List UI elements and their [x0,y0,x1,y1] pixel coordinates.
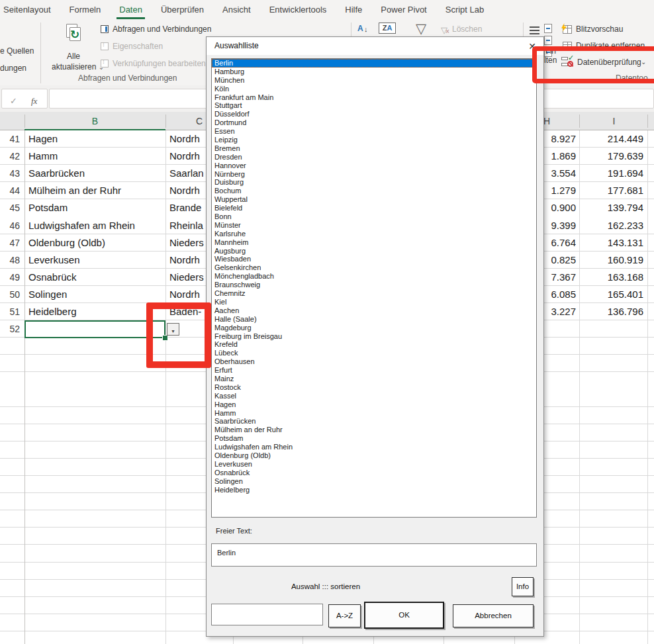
list-item[interactable]: Bielefeld [212,204,536,212]
list-item[interactable]: Potsdam [212,434,536,443]
list-item[interactable]: Duisburg [212,178,536,187]
list-item[interactable]: Mainz [212,375,536,383]
list-item[interactable]: Frankfurt am Main [212,93,536,102]
cell-value-i[interactable]: 163.168 [579,269,643,286]
list-item[interactable]: Mannheim [212,238,536,247]
cell-value-i[interactable]: 165.401 [579,286,643,303]
row-header[interactable]: 52 [0,320,24,338]
cell-value-i[interactable]: 160.919 [579,252,643,269]
cell-city[interactable]: Mülheim an der Ruhr [25,182,165,199]
list-item[interactable]: München [212,76,536,85]
column-header-b[interactable]: B [24,112,165,130]
cell-city[interactable]: Osnabrück [25,269,165,286]
list-item[interactable]: Saarbrücken [212,417,536,426]
tab-script-lab[interactable]: Script Lab [436,0,494,20]
cell-city[interactable]: Hamm [25,148,165,165]
list-item[interactable]: Nürnberg [212,170,536,179]
tab-hilfe[interactable]: Hilfe [336,0,371,20]
cell-city[interactable]: Saarbrücken [25,165,165,182]
cell-city[interactable]: Oldenburg (Oldb) [25,234,165,252]
list-item[interactable]: Hagen [212,400,536,409]
list-item[interactable]: Münster [212,221,536,230]
cancel-button[interactable]: Abbrechen [453,604,534,627]
row-header[interactable]: 47 [0,234,24,252]
cell-city[interactable]: Hagen [25,130,165,148]
filter-icon[interactable]: ▽ [416,23,426,34]
list-item[interactable]: Solingen [212,477,536,486]
list-item[interactable]: Hannover [212,161,536,170]
list-item[interactable]: Hamburg [212,68,536,76]
tab-entwicklertools[interactable]: Entwicklertools [260,0,336,20]
list-item[interactable]: Magdeburg [212,324,536,332]
list-item[interactable]: Kiel [212,298,536,306]
list-item[interactable]: Augsburg [212,247,536,255]
list-item[interactable]: Stuttgart [212,101,536,110]
fx-icon[interactable]: fx [31,96,37,107]
list-item[interactable]: Heidelberg [212,486,536,494]
cell-city[interactable]: Leverkusen [25,252,165,269]
column-header-i[interactable]: I [579,112,649,130]
row-header[interactable]: 51 [0,303,24,320]
list-item[interactable]: Erfurt [212,366,536,375]
tab-formeln[interactable]: Formeln [60,0,111,20]
row-header[interactable]: 46 [0,217,24,234]
cell-city[interactable]: Potsdam [25,199,165,216]
cell-value-i[interactable]: 143.131 [579,234,643,252]
row-header[interactable]: 50 [0,286,24,303]
tab-seitenlayout[interactable]: Seitenlayout [2,0,60,20]
cell-city[interactable]: Ludwigshafen am Rhein [25,217,165,234]
list-item[interactable]: Aachen [212,306,536,315]
list-item[interactable]: Lübeck [212,349,536,357]
list-item[interactable]: Mönchengladbach [212,272,536,281]
list-item[interactable]: Wiesbaden [212,255,536,263]
existing-connections-button[interactable]: dungen [0,64,26,73]
list-item[interactable]: Wuppertal [212,195,536,204]
tab-ueberpruefen[interactable]: Überprüfen [152,0,213,20]
list-item[interactable]: Braunschweig [212,281,536,289]
list-item[interactable]: Leipzig [212,136,536,144]
list-item[interactable]: Bonn [212,212,536,221]
free-text-input[interactable]: Berlin [211,543,537,567]
row-header[interactable]: 42 [0,148,24,165]
row-header[interactable]: 43 [0,165,24,182]
list-item[interactable]: Karlsruhe [212,230,536,238]
cell-city[interactable]: Solingen [25,286,165,303]
cell-value-i[interactable]: 177.681 [579,182,643,199]
info-button[interactable]: Info [512,577,534,596]
dialog-title-bar[interactable]: Auswahlliste [207,37,543,55]
cell-value-i[interactable]: 179.639 [579,148,643,165]
list-item[interactable]: Gelsenkirchen [212,263,536,272]
list-item[interactable]: Bremen [212,144,536,153]
cell-value-i[interactable]: 136.796 [579,303,643,320]
cell-city[interactable]: Heidelberg [25,303,165,320]
list-item[interactable]: Freiburg im Breisgau [212,332,536,341]
list-item[interactable]: Berlin [212,59,536,68]
list-item[interactable]: Hamm [212,409,536,418]
list-item[interactable]: Krefeld [212,340,536,349]
list-item[interactable]: Dresden [212,153,536,161]
list-item[interactable]: Leverkusen [212,460,536,469]
row-header[interactable]: 45 [0,199,24,216]
sort-dialog-button[interactable]: ZA [379,23,396,34]
list-item[interactable]: Mülheim an der Ruhr [212,426,536,434]
enter-check-icon[interactable]: ✓ [10,96,17,106]
list-item[interactable]: Kassel [212,392,536,400]
filter-input[interactable] [211,604,323,625]
list-item[interactable]: Oberhausen [212,357,536,366]
row-header[interactable]: 44 [0,182,24,199]
row-header[interactable]: 49 [0,269,24,286]
row-header[interactable]: 48 [0,252,24,269]
city-listbox[interactable]: BerlinHamburgMünchenKölnFrankfurt am Mai… [211,58,537,518]
list-item[interactable]: Halle (Saale) [212,315,536,324]
list-item[interactable]: Essen [212,127,536,136]
active-cell-b52[interactable] [24,320,165,338]
tab-daten[interactable]: Daten [110,0,152,20]
list-item[interactable]: Köln [212,85,536,93]
list-item[interactable]: Bochum [212,187,536,195]
row-header[interactable]: 41 [0,130,24,148]
list-item[interactable]: Oldenburg (Oldb) [212,451,536,460]
list-item[interactable]: Chemnitz [212,289,536,298]
sort-az-button[interactable]: A->Z [328,604,361,627]
recent-sources-button[interactable]: e Quellen [0,46,34,56]
list-item[interactable]: Osnabrück [212,469,536,477]
